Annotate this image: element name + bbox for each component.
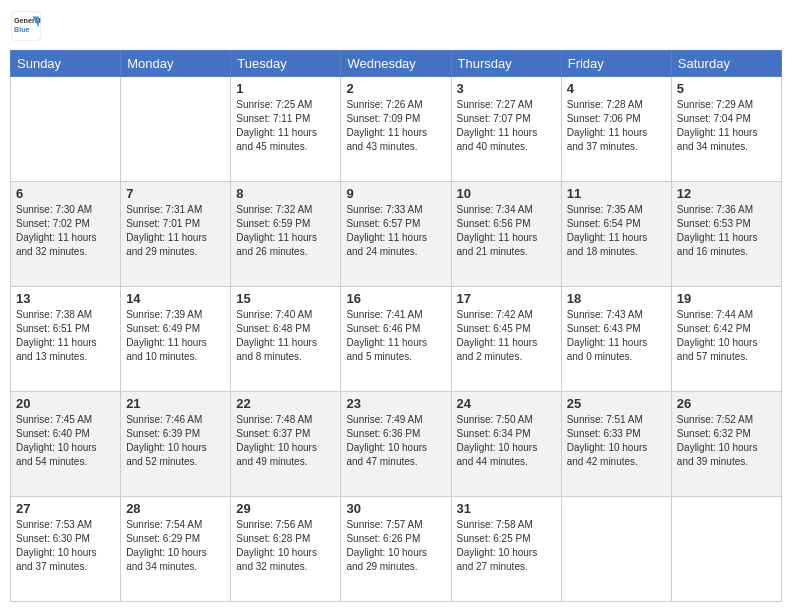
day-number: 26 — [677, 396, 776, 411]
day-info: Sunrise: 7:50 AM Sunset: 6:34 PM Dayligh… — [457, 413, 556, 469]
day-number: 6 — [16, 186, 115, 201]
day-number: 9 — [346, 186, 445, 201]
calendar-header-row: SundayMondayTuesdayWednesdayThursdayFrid… — [11, 51, 782, 77]
day-info: Sunrise: 7:57 AM Sunset: 6:26 PM Dayligh… — [346, 518, 445, 574]
day-number: 10 — [457, 186, 556, 201]
day-number: 2 — [346, 81, 445, 96]
day-info: Sunrise: 7:44 AM Sunset: 6:42 PM Dayligh… — [677, 308, 776, 364]
header: General Blue — [10, 10, 782, 42]
calendar-day-26: 26Sunrise: 7:52 AM Sunset: 6:32 PM Dayli… — [671, 392, 781, 497]
calendar-day-17: 17Sunrise: 7:42 AM Sunset: 6:45 PM Dayli… — [451, 287, 561, 392]
day-info: Sunrise: 7:43 AM Sunset: 6:43 PM Dayligh… — [567, 308, 666, 364]
day-info: Sunrise: 7:49 AM Sunset: 6:36 PM Dayligh… — [346, 413, 445, 469]
day-header-sunday: Sunday — [11, 51, 121, 77]
day-number: 24 — [457, 396, 556, 411]
day-number: 13 — [16, 291, 115, 306]
day-number: 16 — [346, 291, 445, 306]
day-info: Sunrise: 7:42 AM Sunset: 6:45 PM Dayligh… — [457, 308, 556, 364]
day-info: Sunrise: 7:46 AM Sunset: 6:39 PM Dayligh… — [126, 413, 225, 469]
calendar-day-6: 6Sunrise: 7:30 AM Sunset: 7:02 PM Daylig… — [11, 182, 121, 287]
empty-cell — [121, 77, 231, 182]
day-info: Sunrise: 7:58 AM Sunset: 6:25 PM Dayligh… — [457, 518, 556, 574]
day-header-friday: Friday — [561, 51, 671, 77]
calendar-week-4: 20Sunrise: 7:45 AM Sunset: 6:40 PM Dayli… — [11, 392, 782, 497]
day-header-wednesday: Wednesday — [341, 51, 451, 77]
logo-icon: General Blue — [10, 10, 42, 42]
day-info: Sunrise: 7:41 AM Sunset: 6:46 PM Dayligh… — [346, 308, 445, 364]
calendar-day-23: 23Sunrise: 7:49 AM Sunset: 6:36 PM Dayli… — [341, 392, 451, 497]
day-number: 11 — [567, 186, 666, 201]
calendar-day-27: 27Sunrise: 7:53 AM Sunset: 6:30 PM Dayli… — [11, 497, 121, 602]
day-info: Sunrise: 7:39 AM Sunset: 6:49 PM Dayligh… — [126, 308, 225, 364]
empty-cell — [11, 77, 121, 182]
day-number: 19 — [677, 291, 776, 306]
day-number: 5 — [677, 81, 776, 96]
day-number: 8 — [236, 186, 335, 201]
svg-text:Blue: Blue — [14, 25, 30, 34]
calendar-day-29: 29Sunrise: 7:56 AM Sunset: 6:28 PM Dayli… — [231, 497, 341, 602]
day-info: Sunrise: 7:40 AM Sunset: 6:48 PM Dayligh… — [236, 308, 335, 364]
page-container: General Blue SundayMondayTuesdayWednesda… — [0, 0, 792, 612]
day-info: Sunrise: 7:36 AM Sunset: 6:53 PM Dayligh… — [677, 203, 776, 259]
day-info: Sunrise: 7:53 AM Sunset: 6:30 PM Dayligh… — [16, 518, 115, 574]
empty-cell — [561, 497, 671, 602]
day-number: 22 — [236, 396, 335, 411]
day-number: 31 — [457, 501, 556, 516]
day-info: Sunrise: 7:30 AM Sunset: 7:02 PM Dayligh… — [16, 203, 115, 259]
calendar-day-7: 7Sunrise: 7:31 AM Sunset: 7:01 PM Daylig… — [121, 182, 231, 287]
calendar-week-2: 6Sunrise: 7:30 AM Sunset: 7:02 PM Daylig… — [11, 182, 782, 287]
calendar-day-22: 22Sunrise: 7:48 AM Sunset: 6:37 PM Dayli… — [231, 392, 341, 497]
calendar-day-18: 18Sunrise: 7:43 AM Sunset: 6:43 PM Dayli… — [561, 287, 671, 392]
day-number: 28 — [126, 501, 225, 516]
day-header-tuesday: Tuesday — [231, 51, 341, 77]
day-number: 30 — [346, 501, 445, 516]
day-number: 25 — [567, 396, 666, 411]
calendar-day-31: 31Sunrise: 7:58 AM Sunset: 6:25 PM Dayli… — [451, 497, 561, 602]
calendar-day-3: 3Sunrise: 7:27 AM Sunset: 7:07 PM Daylig… — [451, 77, 561, 182]
calendar-week-3: 13Sunrise: 7:38 AM Sunset: 6:51 PM Dayli… — [11, 287, 782, 392]
day-info: Sunrise: 7:48 AM Sunset: 6:37 PM Dayligh… — [236, 413, 335, 469]
day-number: 7 — [126, 186, 225, 201]
day-info: Sunrise: 7:29 AM Sunset: 7:04 PM Dayligh… — [677, 98, 776, 154]
calendar-day-21: 21Sunrise: 7:46 AM Sunset: 6:39 PM Dayli… — [121, 392, 231, 497]
calendar-day-13: 13Sunrise: 7:38 AM Sunset: 6:51 PM Dayli… — [11, 287, 121, 392]
day-number: 14 — [126, 291, 225, 306]
calendar-day-20: 20Sunrise: 7:45 AM Sunset: 6:40 PM Dayli… — [11, 392, 121, 497]
calendar-week-1: 1Sunrise: 7:25 AM Sunset: 7:11 PM Daylig… — [11, 77, 782, 182]
calendar-day-10: 10Sunrise: 7:34 AM Sunset: 6:56 PM Dayli… — [451, 182, 561, 287]
day-info: Sunrise: 7:45 AM Sunset: 6:40 PM Dayligh… — [16, 413, 115, 469]
calendar-day-11: 11Sunrise: 7:35 AM Sunset: 6:54 PM Dayli… — [561, 182, 671, 287]
calendar-day-25: 25Sunrise: 7:51 AM Sunset: 6:33 PM Dayli… — [561, 392, 671, 497]
day-number: 3 — [457, 81, 556, 96]
calendar-day-1: 1Sunrise: 7:25 AM Sunset: 7:11 PM Daylig… — [231, 77, 341, 182]
day-info: Sunrise: 7:28 AM Sunset: 7:06 PM Dayligh… — [567, 98, 666, 154]
day-info: Sunrise: 7:56 AM Sunset: 6:28 PM Dayligh… — [236, 518, 335, 574]
day-info: Sunrise: 7:35 AM Sunset: 6:54 PM Dayligh… — [567, 203, 666, 259]
day-number: 18 — [567, 291, 666, 306]
day-number: 17 — [457, 291, 556, 306]
calendar-day-19: 19Sunrise: 7:44 AM Sunset: 6:42 PM Dayli… — [671, 287, 781, 392]
day-number: 23 — [346, 396, 445, 411]
day-number: 12 — [677, 186, 776, 201]
calendar-day-14: 14Sunrise: 7:39 AM Sunset: 6:49 PM Dayli… — [121, 287, 231, 392]
day-info: Sunrise: 7:51 AM Sunset: 6:33 PM Dayligh… — [567, 413, 666, 469]
day-number: 27 — [16, 501, 115, 516]
calendar-day-4: 4Sunrise: 7:28 AM Sunset: 7:06 PM Daylig… — [561, 77, 671, 182]
day-info: Sunrise: 7:54 AM Sunset: 6:29 PM Dayligh… — [126, 518, 225, 574]
calendar-day-9: 9Sunrise: 7:33 AM Sunset: 6:57 PM Daylig… — [341, 182, 451, 287]
day-info: Sunrise: 7:25 AM Sunset: 7:11 PM Dayligh… — [236, 98, 335, 154]
day-number: 20 — [16, 396, 115, 411]
day-info: Sunrise: 7:31 AM Sunset: 7:01 PM Dayligh… — [126, 203, 225, 259]
day-header-saturday: Saturday — [671, 51, 781, 77]
day-info: Sunrise: 7:33 AM Sunset: 6:57 PM Dayligh… — [346, 203, 445, 259]
day-info: Sunrise: 7:52 AM Sunset: 6:32 PM Dayligh… — [677, 413, 776, 469]
calendar-week-5: 27Sunrise: 7:53 AM Sunset: 6:30 PM Dayli… — [11, 497, 782, 602]
calendar-table: SundayMondayTuesdayWednesdayThursdayFrid… — [10, 50, 782, 602]
calendar-day-12: 12Sunrise: 7:36 AM Sunset: 6:53 PM Dayli… — [671, 182, 781, 287]
day-number: 1 — [236, 81, 335, 96]
day-number: 15 — [236, 291, 335, 306]
calendar-day-30: 30Sunrise: 7:57 AM Sunset: 6:26 PM Dayli… — [341, 497, 451, 602]
day-info: Sunrise: 7:34 AM Sunset: 6:56 PM Dayligh… — [457, 203, 556, 259]
day-info: Sunrise: 7:27 AM Sunset: 7:07 PM Dayligh… — [457, 98, 556, 154]
calendar-day-5: 5Sunrise: 7:29 AM Sunset: 7:04 PM Daylig… — [671, 77, 781, 182]
